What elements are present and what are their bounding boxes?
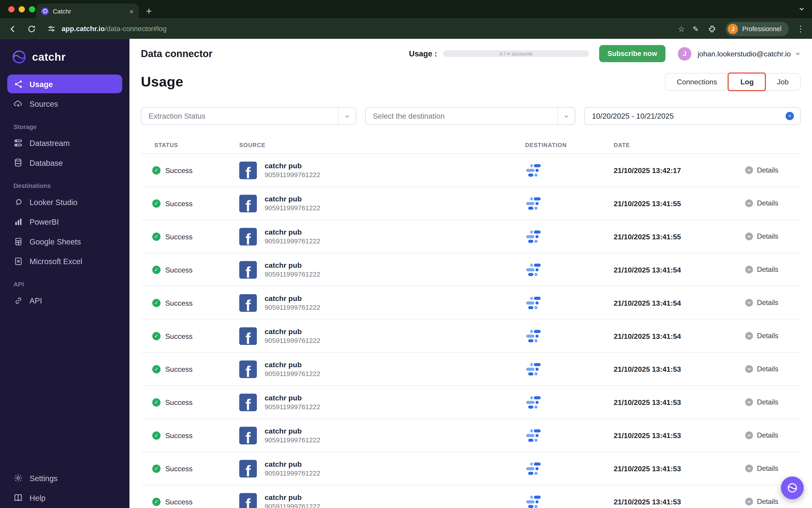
table-row[interactable]: ✓ Success f catchr pub 905911999761222 2…	[141, 253, 801, 287]
browser-tab[interactable]: Catchr ×	[36, 4, 139, 19]
circle-chevron-down-icon	[745, 200, 753, 207]
looker-studio-icon	[526, 330, 541, 342]
app-header: Data connector Usage : 4 / ∞ accounts Su…	[129, 39, 812, 68]
account-avatar[interactable]: J	[678, 47, 691, 60]
row-source-name: catchr pub	[265, 228, 320, 236]
window-controls[interactable]	[8, 6, 35, 13]
row-source-name: catchr pub	[265, 394, 320, 402]
row-status: Success	[165, 464, 193, 473]
row-details-button[interactable]: Details	[740, 166, 801, 174]
details-label: Details	[757, 464, 778, 472]
pencil-icon[interactable]: ✎	[693, 25, 699, 33]
sidebar-item-powerbi[interactable]: PowerBI	[7, 212, 122, 231]
sidebar-item-settings[interactable]: Settings	[7, 469, 122, 488]
details-label: Details	[757, 266, 778, 273]
extraction-status-select[interactable]: Extraction Status	[141, 107, 356, 125]
sidebar-item-sources[interactable]: Sources	[7, 94, 122, 113]
circle-chevron-down-icon	[745, 498, 753, 505]
looker-icon	[13, 197, 23, 207]
powerbi-icon	[13, 217, 23, 226]
row-status: Success	[165, 232, 193, 241]
sidebar-item-usage[interactable]: Usage	[7, 75, 122, 93]
extensions-puzzle-icon[interactable]	[707, 23, 718, 35]
new-tab-button[interactable]: +	[146, 6, 152, 16]
circle-chevron-down-icon	[745, 232, 753, 240]
bookmark-star-icon[interactable]: ☆	[678, 24, 685, 33]
browser-profile-button[interactable]: J Professionnel	[726, 22, 789, 36]
chat-widget-button[interactable]	[781, 476, 804, 499]
table-row[interactable]: ✓ Success f catchr pub 905911999761222 2…	[141, 386, 801, 419]
sidebar-item-database[interactable]: Database	[7, 154, 122, 172]
back-icon[interactable]	[7, 23, 19, 35]
looker-studio-icon	[526, 164, 541, 176]
row-details-button[interactable]: Details	[740, 431, 801, 439]
row-source-id: 905911999761222	[265, 270, 320, 278]
row-source-id: 905911999761222	[265, 370, 320, 377]
success-check-icon: ✓	[152, 265, 161, 274]
view-tabs: Connections Log Job	[665, 73, 801, 91]
link-icon	[13, 296, 23, 305]
row-details-button[interactable]: Details	[740, 299, 801, 306]
facebook-icon: f	[239, 261, 257, 279]
tab-connections[interactable]: Connections	[666, 74, 729, 90]
close-window-button[interactable]	[8, 6, 15, 13]
row-details-button[interactable]: Details	[740, 232, 801, 240]
tab-log[interactable]: Log	[729, 74, 765, 90]
sidebar-item-google-sheets[interactable]: Google Sheets	[7, 232, 122, 251]
date-range-input[interactable]: 10/20/2025 - 10/21/2025 ×	[584, 107, 801, 125]
success-check-icon: ✓	[152, 497, 161, 506]
browser-tabstrip: Catchr × +	[0, 0, 812, 19]
maximize-window-button[interactable]	[29, 6, 35, 13]
destination-select[interactable]: Select the destination	[365, 107, 575, 125]
subscribe-now-button[interactable]: Subscribe now	[599, 45, 666, 62]
facebook-icon: f	[239, 227, 257, 245]
browser-window: Catchr × + app.catchr.io/data-connector#…	[0, 0, 812, 508]
table-row[interactable]: ✓ Success f catchr pub 905911999761222 2…	[141, 154, 801, 187]
row-date: 21/10/2025 13:42:17	[614, 166, 741, 174]
table-row[interactable]: ✓ Success f catchr pub 905911999761222 2…	[141, 485, 801, 508]
row-source-name: catchr pub	[265, 361, 320, 369]
row-details-button[interactable]: Details	[740, 266, 801, 273]
row-details-button[interactable]: Details	[740, 365, 801, 373]
browser-menu-icon[interactable]: ⋮	[797, 24, 805, 34]
row-details-button[interactable]: Details	[740, 398, 801, 406]
sidebar-item-looker-studio[interactable]: Looker Studio	[7, 193, 122, 211]
tab-close-icon[interactable]: ×	[129, 7, 134, 15]
row-details-button[interactable]: Details	[740, 332, 801, 340]
table-row[interactable]: ✓ Success f catchr pub 905911999761222 2…	[141, 320, 801, 353]
sidebar-item-help[interactable]: Help	[7, 489, 122, 507]
row-source-id: 905911999761222	[265, 337, 320, 344]
sidebar-item-datastream[interactable]: Datastream	[7, 133, 122, 152]
facebook-icon: f	[239, 327, 257, 345]
success-check-icon: ✓	[152, 332, 161, 340]
clear-date-icon[interactable]: ×	[785, 112, 794, 120]
table-row[interactable]: ✓ Success f catchr pub 905911999761222 2…	[141, 419, 801, 452]
details-label: Details	[757, 166, 778, 174]
table-row[interactable]: ✓ Success f catchr pub 905911999761222 2…	[141, 452, 801, 485]
sidebar-item-api[interactable]: API	[7, 291, 122, 310]
account-email[interactable]: johan.lookerstudio@catchr.io	[698, 49, 791, 58]
address-bar[interactable]: app.catchr.io/data-connector#log	[61, 25, 166, 33]
reload-icon[interactable]	[26, 23, 37, 35]
facebook-icon: f	[239, 161, 257, 179]
table-row[interactable]: ✓ Success f catchr pub 905911999761222 2…	[141, 287, 801, 320]
row-date: 21/10/2025 13:41:53	[614, 464, 741, 473]
row-details-button[interactable]: Details	[740, 200, 801, 207]
row-source-id: 905911999761222	[265, 469, 320, 477]
sidebar-item-microsoft-excel[interactable]: Microsoft Excel	[7, 252, 122, 270]
row-status: Success	[165, 365, 193, 373]
account-chevron-down-icon[interactable]	[795, 49, 801, 58]
row-details-button[interactable]: Details	[740, 464, 801, 472]
looker-studio-icon	[526, 197, 541, 210]
looker-studio-icon	[526, 263, 541, 276]
tab-search-chevron-icon[interactable]	[799, 5, 805, 14]
minimize-window-button[interactable]	[19, 6, 25, 13]
table-row[interactable]: ✓ Success f catchr pub 905911999761222 2…	[141, 187, 801, 220]
table-row[interactable]: ✓ Success f catchr pub 905911999761222 2…	[141, 353, 801, 386]
table-row[interactable]: ✓ Success f catchr pub 905911999761222 2…	[141, 220, 801, 253]
tab-job[interactable]: Job	[765, 74, 800, 90]
row-source-name: catchr pub	[265, 493, 320, 502]
catchr-favicon	[42, 7, 49, 15]
site-info-icon[interactable]	[46, 23, 57, 35]
circle-chevron-down-icon	[745, 299, 753, 306]
